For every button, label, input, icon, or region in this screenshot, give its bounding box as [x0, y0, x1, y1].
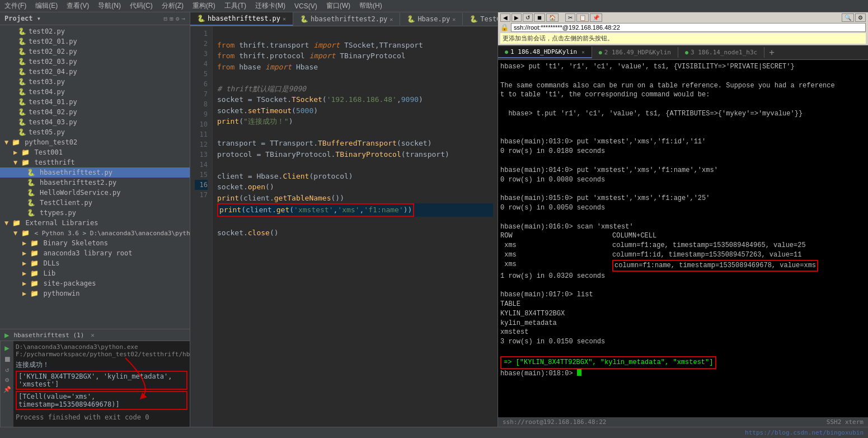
list-item[interactable]: ▶ 📁anaconda3 library root [0, 248, 190, 258]
menu-edit[interactable]: 编辑(E) [35, 1, 58, 11]
menu-refactor[interactable]: 重构(R) [193, 1, 215, 11]
py-icon: 🐍 [18, 68, 26, 76]
term-line-blank3 [500, 119, 866, 128]
list-item[interactable]: 🐍test03.py [0, 77, 190, 87]
sidebar: Project ▾ ⊟ ⊞ ⚙ → 🐍test02.py 🐍test02_01.… [0, 12, 190, 427]
notification-bar: 更添加当前会话，点击左侧的箭头按钮。 [500, 33, 866, 44]
list-item[interactable]: ▼ 📁< Python 3.6 > D:\anaconda3\anaconda3… [0, 228, 190, 238]
list-item[interactable]: 🐍TestClient.py [0, 198, 190, 208]
tab-close-icon-2[interactable]: ✕ [390, 16, 393, 22]
browser-back-btn[interactable]: ◀ [500, 13, 510, 22]
tab-hbasethrifttest2[interactable]: 🐍 hbasethrifttest2.py ✕ [293, 13, 400, 25]
list-item[interactable]: 🐍test02_03.py [0, 57, 190, 67]
list-item[interactable]: 🐍hbasethrifttest2.py [0, 178, 190, 188]
tab-hbasethrifttest[interactable]: 🐍 hbasethrifttest.py ✕ [190, 12, 293, 26]
browser-copy-btn[interactable]: 📋 [576, 13, 589, 22]
term-line-row-1: xms column=f1:age, timestamp=15350894849… [500, 241, 866, 250]
sidebar-header: Project ▾ ⊟ ⊞ ⚙ → [0, 12, 190, 25]
tab-hbase[interactable]: 🐍 Hbase.py ✕ [400, 13, 463, 25]
list-item[interactable]: ▼ 📁External Libraries [0, 218, 190, 228]
list-item[interactable]: 🐍test02_02.py [0, 46, 190, 57]
browser-settings-btn[interactable]: ⚙ [855, 13, 866, 22]
browser-search-btn[interactable]: 🔍 [842, 13, 854, 22]
run-pin-icon[interactable]: 📌 [3, 386, 11, 393]
list-item[interactable]: ▶ 📁Lib [0, 268, 190, 278]
py-tab-icon-2: 🐍 [300, 15, 308, 23]
terminal-content[interactable]: hbase> put 't1', 'r1', 'c1', 'value', ts… [498, 60, 868, 417]
menu-nav[interactable]: 导航(N) [98, 1, 121, 11]
menu-migrate[interactable]: 迁移卡(M) [255, 1, 285, 11]
run-rerun-icon[interactable]: ↺ [5, 366, 9, 374]
browser-stop-btn[interactable]: ⏹ [534, 13, 545, 22]
py-icon: 🐍 [18, 27, 26, 35]
list-item[interactable]: ▼ 📁testthrift [0, 157, 190, 167]
run-tab-label[interactable]: hbasethrifttest (1) [13, 332, 84, 339]
list-item[interactable]: ▶ 📁site-packages [0, 278, 190, 288]
term-line-blank7 [500, 213, 866, 222]
file-tree: 🐍test02.py 🐍test02_01.py 🐍test02_02.py 🐍… [0, 25, 190, 329]
term-tab-1[interactable]: ● 1 186.48_HDP&Kylin ✕ [498, 46, 592, 58]
list-item[interactable]: ▼📁python_test02 [0, 137, 190, 147]
term-line-blank2 [500, 100, 866, 109]
menu-code[interactable]: 代码(C) [130, 1, 153, 11]
py-tab-icon: 🐍 [197, 15, 205, 22]
py-icon: 🐍 [27, 169, 35, 176]
code-line-4 [217, 73, 222, 82]
menu-view[interactable]: 查看(V) [67, 1, 89, 11]
list-item[interactable]: ▶ 📁pythonwin [0, 288, 190, 299]
term-tab-add[interactable]: + [764, 45, 779, 59]
browser-home-btn[interactable]: 🏠 [546, 13, 559, 22]
sidebar-icon-4[interactable]: → [181, 15, 185, 22]
list-item[interactable]: 🐍hbasethrifttest.py [0, 167, 190, 178]
py-tab-icon-4: 🐍 [470, 15, 478, 23]
menu-help[interactable]: 帮助(H) [359, 1, 382, 11]
term-tab-3[interactable]: ● 3 186.14_node1_h3c [678, 47, 764, 58]
code-line-3: from hbase import Hbase [217, 63, 318, 71]
browser-paste-btn[interactable]: 📌 [590, 13, 602, 22]
browser-cut-btn[interactable]: ✂ [565, 13, 575, 22]
run-tab-close[interactable]: ✕ [91, 332, 95, 339]
menu-vcs[interactable]: VCS(V) [294, 2, 317, 10]
list-item[interactable]: 🐍HelloWorldService.py [0, 188, 190, 198]
code-content[interactable]: from thrift.transport import TSocket,TTr… [213, 26, 498, 427]
run-stop-icon[interactable]: ⏹ [3, 355, 11, 364]
list-item[interactable]: ▶ 📁Binary Skeletons [0, 238, 190, 248]
list-item[interactable]: 🐍test02_04.py [0, 67, 190, 77]
run-panel: ▶ hbasethrifttest (1) ✕ ▶ ⏹ ↺ ⚙ 📌 D:\ana… [0, 329, 190, 427]
py-icon: 🐍 [27, 209, 35, 217]
menu-window[interactable]: 窗口(W) [326, 1, 350, 11]
code-line-8: print("连接成功！") [217, 117, 293, 125]
menu-tools[interactable]: 工具(T) [224, 1, 246, 11]
browser-refresh-btn[interactable]: ↺ [523, 13, 533, 22]
tab-testclient[interactable]: 🐍 TestClient.py ✕ [463, 13, 498, 25]
list-item[interactable]: ▶ 📁DLLs [0, 258, 190, 268]
list-item[interactable]: 🐍test02_01.py [0, 36, 190, 46]
browser-forward-btn[interactable]: ▶ [512, 13, 522, 22]
term-tab-1-close[interactable]: ✕ [581, 49, 584, 55]
menu-file[interactable]: 文件(F) [4, 1, 26, 11]
term-line-blank9 [500, 347, 866, 356]
term-tab-2[interactable]: ● 2 186.49_HDP&Kylin [592, 47, 678, 58]
menu-analyze[interactable]: 分析(Z) [162, 1, 184, 11]
sidebar-icon-2[interactable]: ⊞ [170, 15, 173, 22]
address-input[interactable] [511, 23, 866, 32]
list-item[interactable]: ▶ 📁Test001 [0, 147, 190, 157]
list-item[interactable]: 🐍ttypes.py [0, 208, 190, 218]
run-play-icon[interactable]: ▶ [4, 343, 9, 352]
list-item[interactable]: 🐍test04_02.py [0, 107, 190, 117]
list-item[interactable]: 🐍test05.py [0, 127, 190, 137]
tab-close-icon-3[interactable]: ✕ [452, 16, 456, 22]
folder-icon: ▶ 📁 [22, 290, 39, 297]
run-toolbar: ▶ ⏹ ↺ ⚙ 📌 [0, 341, 13, 427]
code-line-13: client = Hbase.Client(protocol) [217, 172, 353, 180]
tab-close-icon[interactable]: ✕ [283, 16, 286, 22]
term-line-blank4 [500, 128, 866, 138]
list-item[interactable]: 🐍test04_01.py [0, 97, 190, 107]
status-bar: https://blog.csdn.net/bingoxubin [0, 427, 868, 438]
list-item[interactable]: 🐍test04_03.py [0, 117, 190, 127]
sidebar-icon-1[interactable]: ⊟ [164, 15, 168, 22]
list-item[interactable]: 🐍test02.py [0, 26, 190, 36]
sidebar-icon-3[interactable]: ⚙ [176, 15, 180, 22]
run-settings-icon[interactable]: ⚙ [5, 376, 9, 384]
list-item[interactable]: 🐍test04.py [0, 87, 190, 97]
